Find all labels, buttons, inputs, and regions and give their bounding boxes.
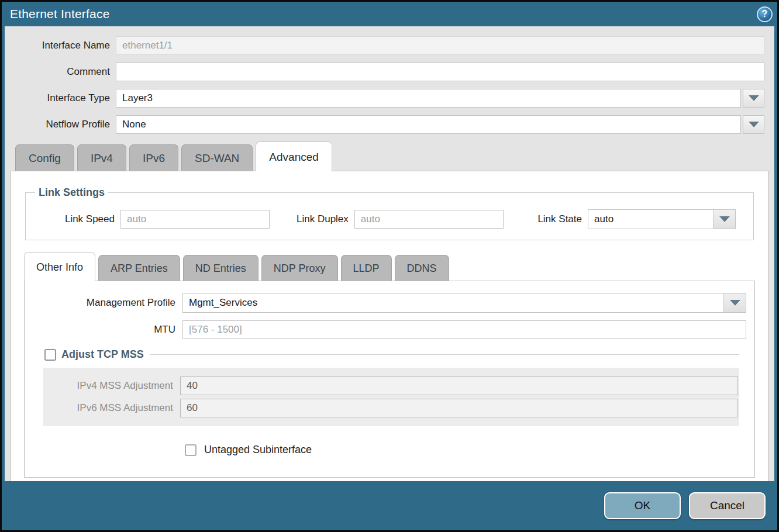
tab-advanced[interactable]: Advanced: [256, 141, 332, 171]
tab-sdwan[interactable]: SD-WAN: [181, 144, 253, 171]
titlebar: Ethernet Interface ?: [2, 2, 777, 26]
ipv6-mss-label: IPv6 MSS Adjustment: [44, 402, 180, 414]
chevron-down-icon: [719, 216, 730, 222]
comment-label: Comment: [5, 66, 116, 78]
ipv6-mss-field: [180, 399, 738, 417]
link-state-value: auto: [588, 210, 713, 229]
netflow-profile-dropdown-button[interactable]: [743, 115, 764, 134]
mss-disabled-panel: IPv4 MSS Adjustment IPv6 MSS Adjustment: [43, 368, 739, 426]
link-duplex-label: Link Duplex: [297, 213, 354, 225]
management-profile-row: Management Profile Mgmt_Services: [29, 293, 746, 313]
advanced-tab-panel: Link Settings Link Speed Link Duplex Lin…: [11, 171, 768, 481]
management-profile-select[interactable]: Mgmt_Services: [182, 293, 746, 313]
adjust-tcp-mss-group: Adjust TCP MSS IPv4 MSS Adjustment IPv6 …: [43, 348, 739, 426]
link-speed-field[interactable]: [120, 210, 270, 229]
chevron-down-icon: [749, 95, 759, 101]
subtab-lldp[interactable]: LLDP: [341, 255, 392, 281]
mtu-row: MTU: [29, 320, 746, 339]
ipv4-mss-label: IPv4 MSS Adjustment: [44, 380, 180, 392]
netflow-profile-field[interactable]: [116, 115, 741, 134]
untagged-subinterface-label: Untagged Subinterface: [204, 444, 312, 456]
interface-type-dropdown-button[interactable]: [743, 89, 764, 108]
tab-ipv4[interactable]: IPv4: [77, 144, 126, 171]
adjust-tcp-mss-label: Adjust TCP MSS: [61, 348, 144, 361]
dialog-body: Interface Name Comment Interface Type Ne…: [5, 26, 774, 481]
mtu-label: MTU: [29, 324, 182, 336]
dialog-title: Ethernet Interface: [10, 7, 110, 21]
help-icon[interactable]: ?: [757, 6, 773, 22]
link-state-dropdown-button[interactable]: [713, 210, 735, 229]
interface-name-field: [116, 36, 764, 55]
netflow-profile-label: Netflow Profile: [5, 119, 116, 130]
interface-name-row: Interface Name: [5, 36, 764, 55]
main-tabstrip: Config IPv4 IPv6 SD-WAN Advanced: [5, 141, 774, 171]
comment-field[interactable]: [116, 63, 764, 81]
untagged-subinterface-row: Untagged Subinterface: [185, 444, 746, 456]
footer-bar: OK Cancel: [2, 481, 777, 530]
subtab-other-info[interactable]: Other Info: [24, 252, 95, 281]
management-profile-value: Mgmt_Services: [183, 293, 723, 312]
other-info-panel: Management Profile Mgmt_Services MTU Adj…: [24, 281, 755, 478]
sub-tabstrip: Other Info ARP Entries ND Entries NDP Pr…: [11, 252, 768, 281]
interface-type-row: Interface Type: [5, 89, 764, 108]
mtu-field[interactable]: [182, 320, 746, 339]
link-state-select[interactable]: auto: [588, 209, 736, 229]
chevron-down-icon: [730, 300, 740, 306]
tab-ipv6[interactable]: IPv6: [129, 144, 178, 171]
interface-name-label: Interface Name: [5, 40, 116, 51]
link-settings-legend: Link Settings: [35, 186, 108, 199]
ok-button[interactable]: OK: [604, 492, 681, 519]
ipv6-mss-row: IPv6 MSS Adjustment: [43, 399, 739, 417]
ipv4-mss-row: IPv4 MSS Adjustment: [43, 376, 739, 395]
cancel-button[interactable]: Cancel: [689, 492, 766, 519]
adjust-tcp-mss-checkbox[interactable]: [44, 349, 56, 361]
netflow-profile-row: Netflow Profile: [5, 115, 764, 134]
link-duplex-field[interactable]: [354, 210, 504, 229]
ipv4-mss-field: [180, 376, 738, 395]
comment-row: Comment: [5, 63, 764, 81]
chevron-down-icon: [749, 122, 759, 127]
link-state-label: Link State: [537, 213, 588, 225]
subtab-ddns[interactable]: DDNS: [395, 255, 449, 281]
management-profile-dropdown-button[interactable]: [723, 293, 746, 312]
tab-config[interactable]: Config: [15, 144, 74, 171]
subtab-ndp-proxy[interactable]: NDP Proxy: [261, 255, 338, 281]
link-speed-label: Link Speed: [33, 213, 120, 225]
interface-type-field[interactable]: [116, 89, 741, 108]
ethernet-interface-dialog: Ethernet Interface ? Interface Name Comm…: [0, 0, 779, 532]
link-settings-group: Link Settings Link Speed Link Duplex Lin…: [25, 186, 754, 240]
untagged-subinterface-checkbox[interactable]: [185, 444, 197, 456]
subtab-nd-entries[interactable]: ND Entries: [183, 255, 258, 281]
interface-type-label: Interface Type: [5, 92, 116, 104]
management-profile-label: Management Profile: [29, 297, 182, 309]
subtab-arp-entries[interactable]: ARP Entries: [98, 255, 180, 281]
